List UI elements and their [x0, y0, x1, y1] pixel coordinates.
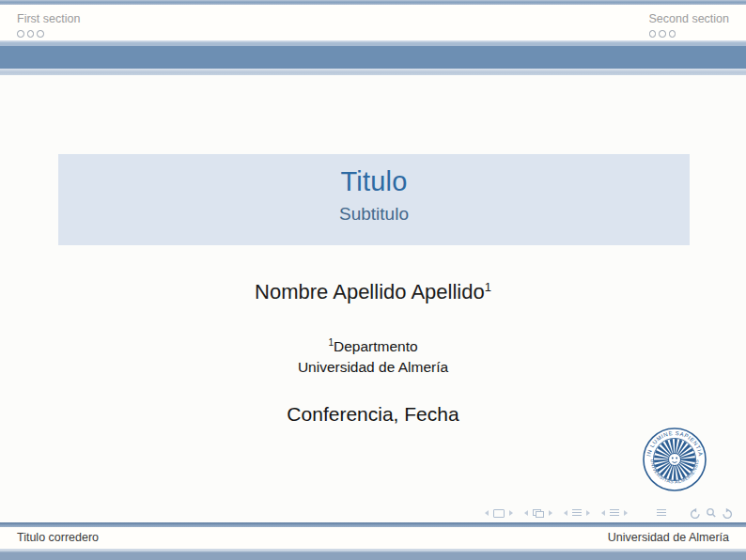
header-navigation: First section Second section — [0, 5, 746, 40]
prev-subsection-icon[interactable] — [564, 510, 567, 516]
conference-date: Conferencia, Fecha — [0, 403, 746, 426]
footer: Titulo corredero Universidad de Almería — [0, 527, 746, 549]
section-nav-second[interactable]: Second section — [649, 12, 729, 38]
author-line: Nombre Apellido Apellido1 — [0, 280, 746, 304]
section-icon[interactable] — [610, 509, 619, 517]
frame-dot[interactable] — [37, 30, 44, 38]
beamer-navigation-symbols — [485, 506, 733, 520]
header-main-bar — [0, 46, 746, 69]
section-label[interactable]: First section — [17, 12, 80, 26]
institute-department: Departmento — [334, 338, 418, 354]
forward-icon[interactable] — [722, 507, 733, 519]
frame-dot[interactable] — [17, 30, 24, 38]
footer-short-title: Titulo corredero — [17, 527, 99, 549]
search-icon[interactable] — [706, 507, 717, 519]
author-footnote-marker: 1 — [485, 280, 491, 294]
institute-department-line: 1Departmento — [0, 336, 746, 357]
next-subsection-icon[interactable] — [586, 510, 590, 516]
frame-dot[interactable] — [659, 30, 666, 38]
institute-university: Universidad de Almería — [0, 357, 746, 377]
next-section-icon[interactable] — [624, 510, 628, 516]
frame-icon[interactable] — [533, 509, 544, 518]
prev-slide-icon[interactable] — [485, 510, 489, 516]
footer-bottom-bar — [0, 549, 746, 560]
title-block: Titulo Subtitulo — [58, 154, 690, 245]
prev-section-icon[interactable] — [601, 510, 605, 516]
header-pale-bar — [0, 69, 746, 75]
subsection-icon[interactable] — [572, 509, 582, 517]
frame-dot[interactable] — [669, 30, 676, 38]
author-name: Nombre Apellido Apellido — [255, 280, 485, 303]
presentation-icon[interactable] — [657, 509, 666, 517]
frame-dot[interactable] — [27, 30, 35, 38]
next-slide-icon[interactable] — [509, 510, 513, 516]
frame-dots — [649, 30, 729, 38]
frame-dots — [17, 30, 80, 38]
institute-block: 1Departmento Universidad de Almería — [0, 336, 746, 377]
back-icon[interactable] — [690, 507, 701, 519]
footer-institution: Universidad de Almería — [608, 527, 729, 549]
prev-frame-icon[interactable] — [524, 510, 528, 516]
section-nav-first[interactable]: First section — [17, 12, 80, 38]
university-seal-logo: IN LUMINE SAPIENTIA UNIVERSITAS ALMERIEN… — [643, 428, 707, 491]
presentation-subtitle: Subtitulo — [58, 204, 690, 225]
frame-dot[interactable] — [649, 30, 657, 38]
presentation-title: Titulo — [58, 166, 690, 197]
slide-icon[interactable] — [493, 509, 505, 518]
section-label[interactable]: Second section — [649, 12, 729, 26]
next-frame-icon[interactable] — [549, 510, 552, 516]
beamer-title-slide: First section Second section Titulo Subt… — [0, 0, 746, 560]
seal-svg: IN LUMINE SAPIENTIA UNIVERSITAS ALMERIEN… — [643, 428, 707, 491]
